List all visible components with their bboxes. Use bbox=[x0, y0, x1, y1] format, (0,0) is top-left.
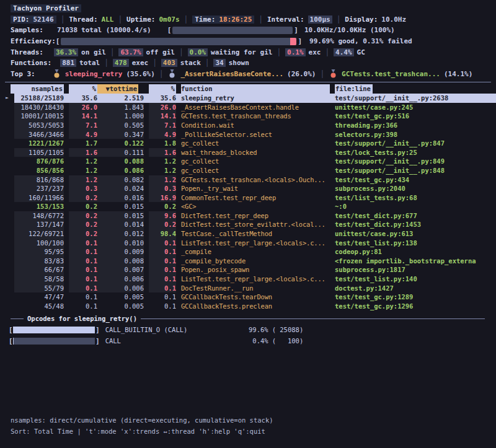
table-row[interactable]: 137/147 0.2 0.014 0.2 DictTest.test_stor… bbox=[14, 220, 496, 229]
cell-tottime: 0.086 bbox=[97, 166, 144, 175]
status-item-label: Uptime: bbox=[126, 15, 155, 24]
cell-pct: 1.2 bbox=[69, 166, 97, 175]
cell-file-line: test/test_gc.py:516 bbox=[335, 112, 485, 121]
table-row[interactable]: 816/868 1.2 0.082 1.2 GCTests.test_trash… bbox=[14, 175, 496, 185]
cell-cum-pct: 0.3 bbox=[149, 184, 176, 193]
cell-nsamples: 876/876 bbox=[14, 157, 64, 166]
column-header-function[interactable]: function bbox=[181, 84, 330, 94]
functions-stat-unit: total bbox=[79, 59, 100, 67]
separator: │ bbox=[259, 15, 263, 24]
threads-stat-value: 36.3% bbox=[54, 48, 78, 56]
cell-nsamples: 137/147 bbox=[14, 220, 64, 229]
samples-bar bbox=[172, 27, 293, 34]
cell-nsamples: 153/153 bbox=[14, 202, 64, 211]
threads-stat-unit: on gil bbox=[81, 48, 106, 56]
table-row[interactable]: 856/856 1.2 0.086 1.2 gc_collect test/su… bbox=[14, 166, 496, 175]
status-bar: PID:52146│Thread:ALL│Uptime:0m07s│Time:1… bbox=[11, 14, 491, 25]
status-item-value: 52146 bbox=[33, 15, 54, 24]
table-row[interactable]: 5053/5053 7.1 0.505 7.1 Condition.wait t… bbox=[14, 121, 496, 130]
table-row[interactable]: 95/95 0.1 0.009 0.1 _compile codeop.py:8… bbox=[14, 247, 496, 257]
cell-nsamples: 3466/3466 bbox=[14, 130, 64, 139]
opcode-bar bbox=[13, 327, 95, 333]
medal-icon bbox=[330, 69, 337, 78]
cell-pct: 0.1 bbox=[69, 257, 97, 266]
column-header-cumpct[interactable]: % bbox=[149, 84, 176, 94]
table-row[interactable]: 237/237 0.3 0.024 0.3 Popen._try_wait su… bbox=[14, 184, 496, 193]
cell-function: gc_collect bbox=[181, 166, 330, 175]
table-row[interactable]: 160/11966 0.2 0.016 16.9 CommonTest.test… bbox=[14, 193, 496, 203]
column-header-pct[interactable]: % bbox=[69, 84, 97, 94]
cell-cum-pct: 35.6 bbox=[149, 94, 176, 103]
cell-tottime: 0.015 bbox=[97, 202, 144, 211]
table-row[interactable]: 83/83 0.1 0.008 0.1 _compile_bytecode <f… bbox=[14, 257, 496, 266]
cell-pct: 14.1 bbox=[69, 112, 97, 121]
opcode-bar-fill bbox=[13, 327, 94, 333]
table-row[interactable]: 55/79 0.1 0.006 0.1 DocTestRunner.__run … bbox=[14, 284, 496, 293]
cell-cum-pct: 0.1 bbox=[149, 257, 176, 266]
bar-bracket: ] bbox=[294, 26, 298, 34]
top3-function-name[interactable]: sleeping_retry bbox=[65, 70, 123, 78]
table-row[interactable]: 25188/25189 35.6 2.519 35.6 sleeping_ret… bbox=[14, 94, 496, 103]
cell-pct: 0.1 bbox=[69, 302, 97, 311]
table-row[interactable]: 100/100 0.1 0.010 0.1 ListTest.test_repr… bbox=[14, 239, 496, 248]
table-row[interactable]: 10001/10015 14.1 1.000 14.1 GCTests.test… bbox=[14, 112, 496, 121]
table-row[interactable]: 66/67 0.1 0.007 0.1 Popen._posix_spawn s… bbox=[14, 265, 496, 275]
cell-pct: 1.2 bbox=[69, 157, 97, 166]
cell-nsamples: 55/79 bbox=[14, 284, 64, 293]
status-item-value: ALL bbox=[102, 15, 114, 24]
samples-line: Samples: 71038 total (10000.4/s) [ ] 10.… bbox=[11, 25, 491, 36]
table-row[interactable]: 58/58 0.1 0.006 0.1 ListTest.test_repr_l… bbox=[14, 275, 496, 284]
cell-function: DictTest.test_store_evilattr.<local... bbox=[181, 220, 330, 229]
cell-cum-pct: 1.2 bbox=[149, 175, 176, 185]
table-row[interactable]: 876/876 1.2 0.088 1.2 gc_collect test/su… bbox=[14, 157, 496, 166]
status-item: Interval:100µs bbox=[267, 15, 332, 24]
cell-file-line: selectors.py:398 bbox=[335, 130, 485, 139]
table-row[interactable]: 1221/1267 1.7 0.122 1.8 gc_collect test/… bbox=[14, 139, 496, 148]
column-header-fileline[interactable]: file:line bbox=[335, 84, 373, 94]
top3-function-pct: (35.6%) bbox=[126, 70, 154, 78]
cell-file-line: ~:0 bbox=[335, 202, 485, 211]
cell-function: sleeping_retry bbox=[181, 94, 330, 103]
top3-function-name[interactable]: _AssertRaisesBaseConte... bbox=[180, 70, 283, 78]
column-header-nsamples[interactable]: nsamples bbox=[11, 84, 64, 94]
top3-function-name[interactable]: GCTests.test_trashcan... bbox=[342, 70, 440, 78]
status-item: Uptime:0m07s bbox=[126, 15, 179, 24]
table-row[interactable]: 122/69721 0.2 0.012 98.4 TestCase._callT… bbox=[14, 229, 496, 239]
functions-line: Functions: 881total│478exec│403stack│34s… bbox=[11, 58, 491, 69]
top3-items: sleeping_retry(35.6%)│_AssertRaisesBaseC… bbox=[52, 69, 473, 78]
cell-file-line: test/list_tests.py:68 bbox=[335, 193, 485, 203]
table-row[interactable]: 18430/18430 26.0 1.843 26.0 _AssertRaise… bbox=[14, 103, 496, 112]
cell-file-line: codeop.py:81 bbox=[335, 247, 485, 257]
cell-cum-pct: 0.2 bbox=[149, 220, 176, 229]
medal-icon bbox=[53, 69, 60, 78]
opcodes-title: Opcodes for sleeping_retry() bbox=[24, 315, 141, 322]
table-row[interactable]: 3466/3466 4.9 0.347 4.9 _PollLikeSelecto… bbox=[14, 130, 496, 139]
functions-stats: 881total│478exec│403stack│34shown bbox=[60, 59, 249, 67]
cell-nsamples: 45/48 bbox=[14, 302, 64, 311]
cell-pct: 0.1 bbox=[69, 247, 97, 257]
cell-tottime: 0.024 bbox=[97, 184, 144, 193]
table-row[interactable]: 45/48 0.1 0.005 0.1 GCCallbackTests.prec… bbox=[14, 302, 496, 311]
table-row[interactable]: 148/6772 0.2 0.015 9.6 DictTest.test_rep… bbox=[14, 211, 496, 221]
cell-pct: 0.2 bbox=[69, 193, 97, 203]
cell-cum-pct: 0.1 bbox=[149, 247, 176, 257]
separator: │ bbox=[205, 59, 210, 67]
cell-pct: 0.3 bbox=[69, 184, 97, 193]
cell-cum-pct: 4.9 bbox=[149, 130, 176, 139]
table-row[interactable]: 1105/1105 1.6 0.111 1.6 wait_threads_blo… bbox=[14, 148, 496, 157]
column-header-tottime-sorted[interactable]: ▼tottime bbox=[97, 84, 138, 94]
threads-label: Threads: bbox=[11, 48, 43, 56]
status-item: Time:18:26:25 bbox=[192, 15, 254, 24]
cell-nsamples: 122/69721 bbox=[14, 229, 64, 239]
cell-tottime: 0.111 bbox=[97, 148, 144, 157]
separator: │ bbox=[104, 59, 108, 67]
samples-rate: 10.0KHz/10.0KHz (100%) bbox=[304, 26, 395, 34]
threads-stat-value: 0.0% bbox=[188, 48, 208, 56]
cell-cum-pct: 9.6 bbox=[149, 211, 176, 221]
medal-icon bbox=[169, 69, 175, 78]
table-row[interactable]: 47/47 0.1 0.005 0.1 GCCallbackTests.tear… bbox=[14, 292, 496, 302]
cell-nsamples: 83/83 bbox=[14, 257, 64, 266]
table-row[interactable]: 153/153 0.2 0.015 0.2 <GC> ~:0 bbox=[14, 202, 496, 211]
cell-function: TestCase._callTestMethod bbox=[181, 229, 330, 239]
top3-function-pct: (14.1%) bbox=[444, 70, 472, 78]
